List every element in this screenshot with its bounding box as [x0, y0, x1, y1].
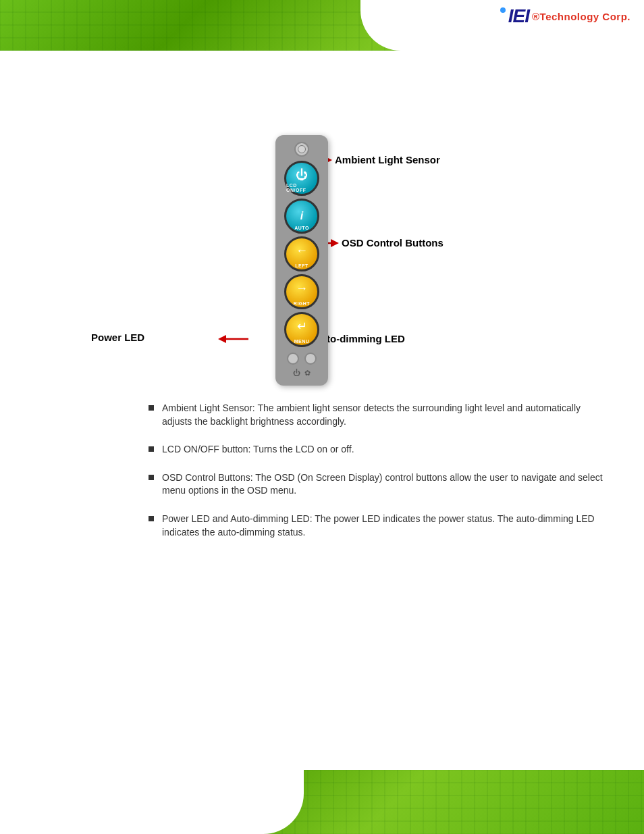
logo-text: ®Technology Corp.: [532, 11, 630, 22]
content-area: Ambient Light Sensor OSD Control Buttons…: [0, 51, 644, 770]
diagram-section: Ambient Light Sensor OSD Control Buttons…: [0, 132, 644, 388]
lcd-onoff-label: LCD ON/OFF: [286, 183, 317, 192]
control-panel: ⏻ LCD ON/OFF i AUTO ← LEFT → RIghT: [275, 135, 328, 386]
control-panel-wrapper: ⏻ LCD ON/OFF i AUTO ← LEFT → RIghT: [275, 135, 328, 386]
led-icons-row: ⏻ ✿: [293, 369, 311, 377]
left-label: LEFT: [295, 263, 308, 268]
bullet-item-1: Ambient Light Sensor: The ambient light …: [149, 402, 603, 428]
ambient-light-sensor: [294, 142, 309, 157]
iei-logo: IEI: [500, 5, 529, 27]
bullets-section: Ambient Light Sensor: The ambient light …: [0, 402, 644, 554]
logo-dot: [500, 7, 506, 13]
left-arrow-icon: ←: [296, 244, 308, 257]
auto-label: AUTO: [294, 226, 309, 230]
ambient-sensor-label: Ambient Light Sensor: [335, 154, 440, 165]
osd-label: OSD Control Buttons: [342, 237, 444, 249]
left-button[interactable]: ← LEFT: [284, 236, 319, 271]
logo-registered: ®: [532, 11, 540, 22]
right-arrow-icon: →: [296, 282, 308, 294]
bullet-item-4: Power LED and Auto-dimming LED: The powe…: [149, 513, 603, 539]
bullet-text-2: LCD ON/OFF button: Turns the LCD on or o…: [162, 443, 354, 457]
menu-button[interactable]: ↵ MENU: [284, 312, 319, 347]
bullet-icon-1: [149, 405, 154, 411]
led-row: [287, 353, 317, 365]
right-label: RIghT: [294, 301, 310, 306]
logo-area: IEI ®Technology Corp.: [500, 5, 630, 27]
power-led: [287, 353, 299, 365]
bullet-text-1: Ambient Light Sensor: The ambient light …: [162, 402, 603, 428]
brightness-led-icon: ✿: [304, 369, 311, 377]
bullet-icon-3: [149, 475, 154, 480]
svg-marker-6: [331, 239, 339, 247]
bottom-banner-curve: [0, 770, 304, 834]
auto-dimming-led: [304, 353, 317, 365]
power-icon: ⏻: [296, 169, 308, 181]
bottom-banner: [0, 770, 644, 834]
bullet-item-2: LCD ON/OFF button: Turns the LCD on or o…: [149, 443, 603, 457]
logo-letters: IEI: [508, 5, 529, 27]
auto-button[interactable]: i AUTO: [284, 199, 319, 234]
bullet-icon-2: [149, 446, 154, 452]
bullet-icon-4: [149, 516, 154, 521]
power-led-label: Power LED: [91, 332, 144, 343]
right-button[interactable]: → RIghT: [284, 274, 319, 309]
menu-label: MENU: [294, 339, 310, 344]
lcd-onoff-button[interactable]: ⏻ LCD ON/OFF: [284, 161, 319, 196]
sensor-inner: [298, 145, 306, 153]
bullet-text-4: Power LED and Auto-dimming LED: The powe…: [162, 513, 603, 539]
bullet-text-3: OSD Control Buttons: The OSD (On Screen …: [162, 471, 603, 498]
top-banner: IEI ®Technology Corp.: [0, 0, 644, 51]
bullet-item-3: OSD Control Buttons: The OSD (On Screen …: [149, 471, 603, 498]
enter-icon: ↵: [297, 320, 307, 332]
power-led-icon: ⏻: [293, 369, 300, 377]
svg-marker-8: [218, 335, 226, 343]
info-icon: i: [300, 210, 303, 222]
